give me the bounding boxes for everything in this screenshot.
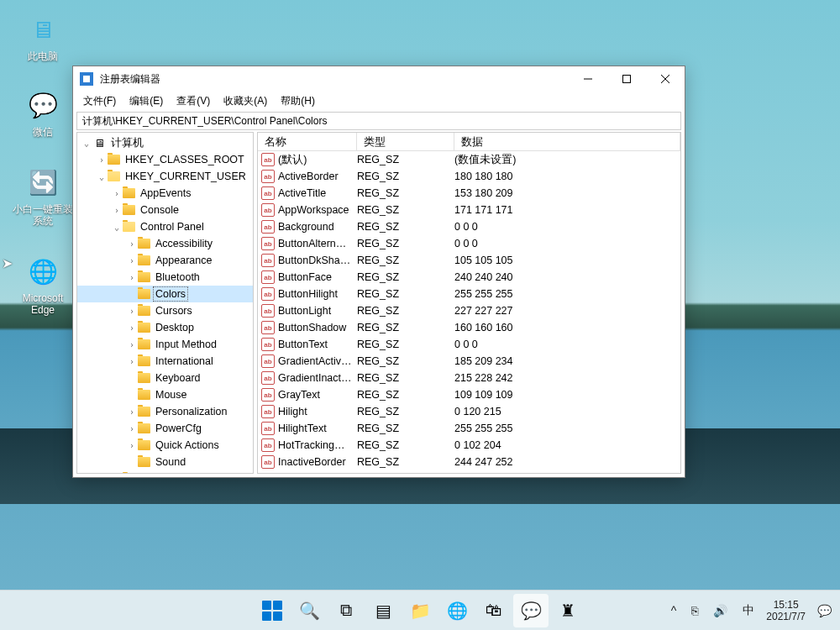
tree-node[interactable]: ›Appearance bbox=[77, 252, 253, 269]
network-icon[interactable]: ⎘ bbox=[688, 601, 701, 621]
minimize-button[interactable] bbox=[569, 66, 607, 92]
col-data[interactable]: 数据 bbox=[454, 133, 680, 150]
tree-twist-icon[interactable]: › bbox=[111, 206, 123, 215]
svg-rect-1 bbox=[623, 76, 631, 83]
registry-value-row[interactable]: AppWorkspaceREG_SZ171 171 171 bbox=[258, 202, 680, 218]
taskbar-taskview-button[interactable]: ⧉ bbox=[328, 594, 364, 627]
registry-value-row[interactable]: ButtonHilightREG_SZ255 255 255 bbox=[258, 286, 680, 302]
registry-value-row[interactable]: HilightTextREG_SZ255 255 255 bbox=[258, 420, 680, 437]
taskbar-start-button[interactable] bbox=[255, 594, 290, 627]
tree-node[interactable]: ›Input Method bbox=[77, 336, 253, 353]
tree-node[interactable]: ›Cursors bbox=[77, 302, 253, 319]
taskbar-store-button[interactable]: 🛍 bbox=[476, 594, 512, 627]
tree-twist-icon[interactable]: › bbox=[126, 273, 138, 282]
volume-icon[interactable]: 🔊 bbox=[710, 601, 731, 621]
desktop-icon-wechat[interactable]: 💬微信 bbox=[12, 87, 74, 138]
registry-value-row[interactable]: GradientActive...REG_SZ185 209 234 bbox=[258, 353, 680, 370]
tree-node[interactable]: ·Mouse bbox=[77, 386, 253, 403]
registry-value-row[interactable]: HotTrackingCo...REG_SZ0 102 204 bbox=[258, 437, 680, 454]
registry-value-row[interactable]: ButtonShadowREG_SZ160 160 160 bbox=[258, 319, 680, 336]
clock[interactable]: 15:15 2021/7/7 bbox=[766, 599, 806, 622]
folder-icon bbox=[138, 239, 150, 249]
tree-node[interactable]: ›Bluetooth bbox=[77, 269, 253, 286]
tree-node[interactable]: ›HKEY_CLASSES_ROOT bbox=[77, 151, 253, 168]
tree-node[interactable]: ›Desktop bbox=[77, 319, 253, 336]
tree-twist-icon[interactable]: › bbox=[126, 340, 138, 349]
ime-indicator[interactable]: 中 bbox=[739, 600, 758, 622]
tray-chevron-icon[interactable]: ^ bbox=[668, 601, 680, 621]
value-data: 255 255 255 bbox=[454, 423, 680, 434]
registry-value-row[interactable]: (默认)REG_SZ(数值未设置) bbox=[258, 151, 680, 168]
tree-pane[interactable]: ⌄计算机›HKEY_CLASSES_ROOT⌄HKEY_CURRENT_USER… bbox=[76, 132, 254, 474]
menu-item-2[interactable]: 查看(V) bbox=[170, 92, 217, 110]
taskbar-app2-button[interactable]: ♜ bbox=[550, 594, 585, 627]
menu-item-1[interactable]: 编辑(E) bbox=[123, 92, 170, 110]
xiaobai-icon: 🔄 bbox=[25, 165, 60, 200]
registry-value-row[interactable]: BackgroundREG_SZ0 0 0 bbox=[258, 218, 680, 235]
registry-value-row[interactable]: ButtonAlternat...REG_SZ0 0 0 bbox=[258, 235, 680, 252]
maximize-button[interactable] bbox=[607, 66, 646, 92]
menu-item-4[interactable]: 帮助(H) bbox=[274, 92, 322, 110]
tree-node[interactable]: ›Environment bbox=[77, 470, 253, 474]
tree-twist-icon[interactable]: › bbox=[126, 424, 138, 433]
registry-value-row[interactable]: ButtonDkShad...REG_SZ105 105 105 bbox=[258, 252, 680, 269]
tree-node[interactable]: ·Keyboard bbox=[77, 370, 253, 386]
desktop-icon-edge[interactable]: 🌐Microsoft Edge bbox=[12, 254, 74, 316]
registry-value-row[interactable]: HilightREG_SZ0 120 215 bbox=[258, 403, 680, 420]
registry-value-row[interactable]: ActiveBorderREG_SZ180 180 180 bbox=[258, 168, 680, 185]
col-type[interactable]: 类型 bbox=[357, 133, 454, 150]
tree-twist-icon[interactable]: › bbox=[126, 239, 138, 249]
close-button[interactable] bbox=[646, 66, 685, 92]
notifications-icon[interactable]: 💬 bbox=[814, 601, 835, 621]
tree-twist-icon[interactable]: › bbox=[126, 441, 138, 450]
tree-node[interactable]: ›Console bbox=[77, 202, 253, 218]
tree-node[interactable]: ›PowerCfg bbox=[77, 420, 253, 437]
string-value-icon bbox=[261, 388, 275, 402]
tree-twist-icon[interactable]: › bbox=[126, 307, 138, 316]
desktop-icon-this-pc[interactable]: 🖥此电脑 bbox=[12, 12, 74, 62]
taskbar-widgets-button[interactable]: ▤ bbox=[365, 594, 401, 627]
registry-value-row[interactable]: ButtonLightREG_SZ227 227 227 bbox=[258, 302, 680, 319]
tree-twist-icon[interactable]: ⌄ bbox=[81, 139, 92, 148]
tree-node[interactable]: ›Quick Actions bbox=[77, 437, 253, 454]
tree-node[interactable]: ⌄计算机 bbox=[77, 134, 253, 151]
titlebar[interactable]: 注册表编辑器 bbox=[73, 66, 685, 92]
tree-twist-icon[interactable]: ⌄ bbox=[111, 223, 123, 232]
registry-value-row[interactable]: InactiveBorderREG_SZ244 247 252 bbox=[258, 454, 680, 470]
address-bar[interactable]: 计算机\HKEY_CURRENT_USER\Control Panel\Colo… bbox=[76, 112, 681, 130]
tree-twist-icon[interactable]: › bbox=[126, 357, 138, 366]
registry-value-row[interactable]: GrayTextREG_SZ109 109 109 bbox=[258, 386, 680, 403]
value-name: GradientInactiv... bbox=[278, 372, 357, 384]
tree-node[interactable]: ⌄Control Panel bbox=[77, 218, 253, 235]
value-name: AppWorkspace bbox=[278, 204, 357, 216]
tree-node[interactable]: ›International bbox=[77, 353, 253, 370]
taskbar-wechat-button[interactable]: 💬 bbox=[513, 594, 549, 627]
registry-value-row[interactable]: ButtonTextREG_SZ0 0 0 bbox=[258, 336, 680, 353]
registry-value-row[interactable]: ActiveTitleREG_SZ153 180 209 bbox=[258, 185, 680, 202]
tree-twist-icon[interactable]: › bbox=[126, 256, 138, 265]
tree-twist-icon[interactable]: › bbox=[111, 189, 123, 198]
registry-value-row[interactable]: ButtonFaceREG_SZ240 240 240 bbox=[258, 269, 680, 286]
taskbar-explorer-button[interactable]: 📁 bbox=[402, 594, 438, 627]
tree-twist-icon[interactable]: › bbox=[126, 407, 138, 417]
value-name: InactiveBorder bbox=[278, 456, 357, 468]
tree-twist-icon[interactable]: ⌄ bbox=[96, 172, 108, 181]
menu-item-3[interactable]: 收藏夹(A) bbox=[217, 92, 274, 110]
col-name[interactable]: 名称 bbox=[258, 133, 357, 150]
tree-node[interactable]: ›Accessibility bbox=[77, 235, 253, 252]
tree-node[interactable]: ›Personalization bbox=[77, 403, 253, 420]
values-pane[interactable]: 名称 类型 数据 (默认)REG_SZ(数值未设置)ActiveBorderRE… bbox=[257, 132, 681, 474]
taskbar-edge-button[interactable]: 🌐 bbox=[439, 594, 475, 627]
tree-twist-icon[interactable]: › bbox=[96, 155, 108, 165]
tree-node[interactable]: ·Colors bbox=[77, 286, 253, 302]
tree-node[interactable]: ›AppEvents bbox=[77, 185, 253, 202]
registry-value-row[interactable]: GradientInactiv...REG_SZ215 228 242 bbox=[258, 370, 680, 386]
cursor-icon: ➤ bbox=[2, 255, 13, 271]
menu-item-0[interactable]: 文件(F) bbox=[76, 92, 123, 110]
desktop-icon-xiaobai[interactable]: 🔄小白一键重装系统 bbox=[12, 165, 74, 227]
tree-node[interactable]: ·Sound bbox=[77, 454, 253, 470]
tree-node[interactable]: ⌄HKEY_CURRENT_USER bbox=[77, 168, 253, 185]
tree-twist-icon[interactable]: › bbox=[126, 323, 138, 333]
taskbar-search-button[interactable]: 🔍 bbox=[291, 594, 327, 627]
value-data: 185 209 234 bbox=[454, 355, 680, 367]
